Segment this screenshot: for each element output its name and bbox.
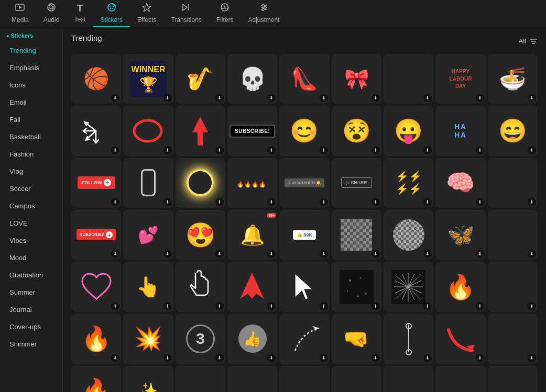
sticker-red-curved-arrow[interactable]: ⬇ <box>435 314 485 364</box>
sticker-cursor-white[interactable]: ⬇ <box>279 262 329 311</box>
sidebar-item-icons[interactable]: Icons <box>3 77 59 93</box>
nav-stickers[interactable]: Stickers <box>93 0 130 27</box>
sticker-explosion[interactable]: 💥 ⬇ <box>123 314 173 364</box>
sticker-empty5[interactable]: ⬇ <box>488 314 538 364</box>
sticker-empty6[interactable] <box>176 366 225 392</box>
nav-media[interactable]: Media <box>4 0 36 27</box>
sticker-countdown3[interactable]: 3 ⬇ <box>176 314 225 364</box>
download-icon[interactable]: ⬇ <box>215 302 224 310</box>
sticker-arrows-burst[interactable]: ⬇ <box>71 106 121 155</box>
download-icon[interactable]: ⬇ <box>423 302 432 310</box>
download-icon[interactable]: ⬇ <box>215 146 224 154</box>
sidebar-item-fashion[interactable]: Fashion <box>3 146 59 162</box>
download-icon[interactable]: ⬇ <box>320 250 328 258</box>
sticker-skull[interactable]: 💀 ⬇ <box>227 54 277 104</box>
sidebar-item-trending[interactable]: Trending <box>3 42 59 59</box>
sticker-curved-arrow[interactable]: ⬇ <box>279 314 329 364</box>
download-icon[interactable]: ⬇ <box>476 250 484 258</box>
download-icon[interactable]: ⬇ <box>320 94 328 102</box>
sticker-empty7[interactable] <box>227 366 277 392</box>
sticker-brain-neon[interactable]: 🧠 ⬇ <box>435 158 485 208</box>
nav-audio[interactable]: Audio <box>36 0 67 27</box>
sticker-ribbon[interactable]: 🎀 ⬇ <box>332 54 381 104</box>
download-icon[interactable]: ⬇ <box>111 146 119 154</box>
download-icon[interactable]: ⬇ <box>372 198 380 206</box>
sticker-bell-notification[interactable]: 🔔 99+ ⬇ <box>227 210 277 260</box>
sticker-haha-text[interactable]: HAHA ⬇ <box>435 106 485 155</box>
download-icon[interactable]: ⬇ <box>163 354 172 362</box>
download-icon[interactable]: ⬇ <box>476 146 484 154</box>
filter-button[interactable] <box>529 38 538 45</box>
sidebar-item-emoji[interactable]: Emoji <box>3 94 59 110</box>
sidebar-item-coverups[interactable]: Cover-ups <box>3 319 59 335</box>
sticker-subscribed-btn[interactable]: SUBSCRIBED 🔔 ⬇ <box>279 158 329 208</box>
nav-filters[interactable]: Filters <box>209 0 241 27</box>
nav-transitions[interactable]: Transitions <box>164 0 209 27</box>
sidebar-item-journal[interactable]: Journal <box>3 301 59 318</box>
sticker-love-eyes-emoji[interactable]: 😍 ⬇ <box>176 210 225 260</box>
sticker-mosaic2[interactable]: ⬇ <box>384 210 433 260</box>
sidebar-item-mood[interactable]: Mood <box>3 250 59 266</box>
download-icon[interactable]: ⬇ <box>111 302 119 310</box>
download-icon[interactable]: ⬇ <box>320 146 328 154</box>
sticker-glowing-ring[interactable]: ⬇ <box>176 158 225 208</box>
sticker-red-circle[interactable]: ⬇ <box>123 106 173 155</box>
nav-effects[interactable]: Effects <box>130 0 163 27</box>
sticker-lightning-bolts[interactable]: ⚡⚡⚡⚡ ⬇ <box>384 158 433 208</box>
sticker-fire-particles[interactable]: 🔥🔥🔥🔥 ⬇ <box>227 158 277 208</box>
sticker-happy-emoji2[interactable]: 😄 ⬇ <box>488 106 538 155</box>
sticker-dark-particles[interactable]: ⬇ <box>332 262 381 311</box>
sidebar-item-graduation[interactable]: Graduation <box>3 267 59 283</box>
sticker-heels[interactable]: 👠 ⬇ <box>279 54 329 104</box>
sticker-hand-pointer[interactable]: ⬇ <box>176 262 225 311</box>
sidebar-item-campus[interactable]: Campus <box>3 198 59 214</box>
sticker-tongue-emoji[interactable]: 😛 ⬇ <box>384 106 433 155</box>
sidebar-item-fall[interactable]: Fall <box>3 111 59 128</box>
sticker-fire-flame[interactable]: 🔥 ⬇ <box>435 262 485 311</box>
sticker-empty9[interactable] <box>332 366 381 392</box>
sticker-empty12[interactable] <box>488 366 538 392</box>
download-icon[interactable]: ⬇ <box>163 94 172 102</box>
sticker-share-btn[interactable]: ▷ SHARE ⬇ <box>332 158 381 208</box>
download-icon[interactable]: ⬇ <box>215 198 224 206</box>
sticker-empty11[interactable] <box>435 366 485 392</box>
sticker-empty2[interactable]: ⬇ <box>488 158 538 208</box>
sidebar-item-shimmer[interactable]: Shimmer <box>3 336 59 352</box>
sticker-thumbs-circle[interactable]: 👍 ⬇ <box>227 314 277 364</box>
sticker-dizzy-emoji[interactable]: 😵 ⬇ <box>332 106 381 155</box>
nav-adjustment[interactable]: Adjustment <box>241 0 287 27</box>
sticker-empty3[interactable]: ⬇ <box>488 210 538 260</box>
sticker-subscribe-text[interactable]: SUBSCRIBE! ⬇ <box>227 106 277 155</box>
sticker-winner[interactable]: WINNER 🏆 ⬇ <box>123 54 173 104</box>
sticker-empty1[interactable]: ⬇ <box>384 54 433 104</box>
sticker-subscribe2[interactable]: SUBSCRIBE + ⬇ <box>71 210 121 260</box>
download-icon[interactable]: ⬇ <box>372 354 380 362</box>
download-icon[interactable]: ⬇ <box>163 146 172 154</box>
sticker-empty10[interactable] <box>384 366 433 392</box>
sticker-bowl[interactable]: 🍜 ⬇ <box>488 54 538 104</box>
sticker-hearts[interactable]: 💕 ⬇ <box>123 210 173 260</box>
sidebar-item-soccer[interactable]: Soccer <box>3 181 59 197</box>
download-icon[interactable]: ⬇ <box>163 250 172 258</box>
download-icon[interactable]: ⬇ <box>423 94 432 102</box>
download-icon[interactable]: ⬇ <box>528 198 536 206</box>
sticker-hand-yellow[interactable]: 🤜 ⬇ <box>332 314 381 364</box>
download-icon[interactable]: ⬇ <box>528 354 536 362</box>
sticker-empty4[interactable]: ⬇ <box>488 262 538 311</box>
download-icon[interactable]: ⬇ <box>267 146 276 154</box>
nav-text[interactable]: T Text <box>67 0 93 27</box>
sticker-butterfly[interactable]: 🦋 ⬇ <box>435 210 485 260</box>
sticker-basketball[interactable]: 🏀 ⬇ <box>71 54 121 104</box>
sticker-smile-emoji[interactable]: 😊 ⬇ <box>279 106 329 155</box>
download-icon[interactable]: ⬇ <box>372 146 380 154</box>
download-icon[interactable]: ⬇ <box>423 146 432 154</box>
sticker-like-counter[interactable]: 👍 99K ⬇ <box>279 210 329 260</box>
sticker-red-chevron[interactable]: ⬇ <box>227 262 277 311</box>
download-icon[interactable]: ⬇ <box>476 302 484 310</box>
sticker-empty8[interactable] <box>279 366 329 392</box>
sidebar-item-emphasis[interactable]: Emphasis <box>3 60 59 76</box>
sticker-fire-partial1[interactable]: 🔥 ⬇ <box>71 366 121 392</box>
sticker-follow-btn[interactable]: FOLLOW + ⬇ <box>71 158 121 208</box>
download-icon[interactable]: ⬇ <box>163 302 172 310</box>
sidebar-item-vlog[interactable]: Vlog <box>3 163 59 180</box>
